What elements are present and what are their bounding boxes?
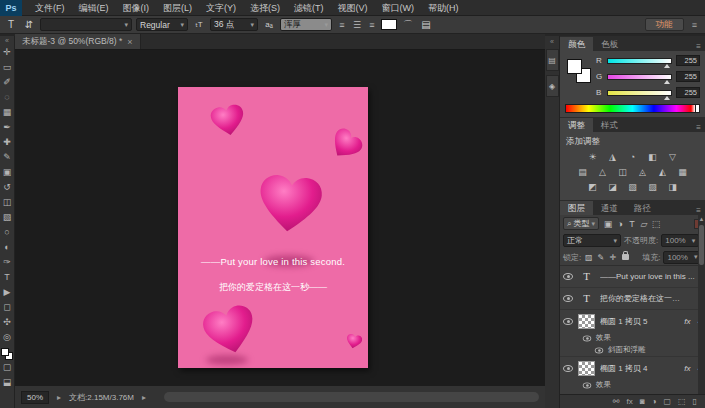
- tab-channels[interactable]: 通道: [593, 201, 626, 215]
- layer-mask-icon[interactable]: ◙: [640, 397, 645, 406]
- type-tool-icon[interactable]: T: [1, 270, 14, 285]
- tab-adjustments[interactable]: 调整: [560, 118, 593, 132]
- visibility-eye-icon[interactable]: [563, 318, 573, 325]
- quick-mask-icon[interactable]: ▢: [1, 360, 14, 375]
- color-balance-icon[interactable]: △: [595, 166, 610, 178]
- blue-value-field[interactable]: 255: [676, 87, 700, 98]
- zoom-tool-icon[interactable]: ◎: [1, 330, 14, 345]
- menu-item-9[interactable]: 帮助(H): [421, 0, 466, 16]
- text-layer-thumbnail[interactable]: T: [578, 269, 595, 284]
- lock-all-icon[interactable]: [622, 254, 629, 260]
- black-white-icon[interactable]: ◫: [615, 166, 630, 178]
- tab-color[interactable]: 颜色: [560, 37, 593, 51]
- menu-item-0[interactable]: 文件(F): [28, 0, 72, 16]
- photo-filter-icon[interactable]: ◬: [635, 166, 650, 178]
- green-value-field[interactable]: 255: [676, 71, 700, 82]
- font-style-select[interactable]: Regular▾: [136, 18, 188, 31]
- filter-smart-objects-icon[interactable]: ⬚: [650, 219, 662, 229]
- hue-saturation-icon[interactable]: ▤: [575, 166, 590, 178]
- crop-tool-icon[interactable]: ▦: [1, 105, 14, 120]
- visibility-eye-icon[interactable]: [563, 365, 573, 372]
- vibrance-icon[interactable]: ▽: [665, 151, 680, 163]
- adjustment-layer-icon[interactable]: ◑: [652, 397, 657, 406]
- status-menu-icon[interactable]: ▸: [142, 393, 146, 402]
- layers-scrollbar[interactable]: ▲ ▼: [698, 215, 705, 408]
- close-icon[interactable]: ×: [127, 37, 132, 47]
- group-icon[interactable]: ▢: [663, 397, 671, 406]
- poster-artboard[interactable]: ——Put your love in this second. 把你的爱定格在这…: [178, 87, 368, 368]
- history-brush-tool-icon[interactable]: ↺: [1, 180, 14, 195]
- menu-item-7[interactable]: 视图(V): [331, 0, 375, 16]
- healing-tool-icon[interactable]: ✚: [1, 135, 14, 150]
- shape-tool-icon[interactable]: ◻: [1, 300, 14, 315]
- foreground-color-swatch[interactable]: [1, 348, 9, 356]
- expand-dock-icon[interactable]: «: [550, 38, 554, 45]
- visibility-eye-icon[interactable]: [563, 295, 573, 302]
- levels-icon[interactable]: ◮: [605, 151, 620, 163]
- tab-paths[interactable]: 路径: [626, 201, 659, 215]
- layer-row-text-1[interactable]: T ——Put your love in this ...: [560, 266, 705, 288]
- screen-mode-icon[interactable]: ⬓: [1, 375, 14, 390]
- tab-layers[interactable]: 图层: [560, 201, 593, 215]
- align-right-icon[interactable]: ≡: [366, 20, 377, 30]
- collapsed-history-panel-icon[interactable]: ▤: [546, 49, 559, 71]
- blend-mode-select[interactable]: 正常▾: [563, 234, 621, 247]
- layer-row-text-2[interactable]: T 把你的爱定格在这一…: [560, 288, 705, 310]
- eraser-tool-icon[interactable]: ◫: [1, 195, 14, 210]
- move-tool-icon[interactable]: ✛: [1, 45, 14, 60]
- visibility-eye-icon[interactable]: [583, 382, 592, 388]
- tab-swatches[interactable]: 色板: [593, 37, 626, 51]
- threshold-icon[interactable]: ▧: [625, 181, 640, 193]
- filter-adjustment-layers-icon[interactable]: ◑: [614, 219, 626, 229]
- color-lookup-icon[interactable]: ▦: [675, 166, 690, 178]
- layer-thumbnail[interactable]: [578, 361, 595, 376]
- menu-item-8[interactable]: 窗口(W): [375, 0, 422, 16]
- marquee-tool-icon[interactable]: ▭: [1, 60, 14, 75]
- color-panel-swatches[interactable]: [567, 59, 591, 83]
- white-swatch[interactable]: [695, 104, 700, 113]
- align-left-icon[interactable]: ≡: [336, 20, 347, 30]
- new-layer-icon[interactable]: ⬚: [678, 397, 686, 406]
- panel-menu-icon[interactable]: ≡: [696, 123, 705, 132]
- effects-header-row[interactable]: 效果: [560, 332, 705, 344]
- lock-pixels-icon[interactable]: ✎: [596, 253, 605, 262]
- channel-mixer-icon[interactable]: ◭: [655, 166, 670, 178]
- green-slider[interactable]: [607, 74, 672, 80]
- menu-item-2[interactable]: 图像(I): [116, 0, 157, 16]
- filter-pixel-layers-icon[interactable]: ▣: [602, 219, 614, 229]
- workspace-menu-icon[interactable]: ≡: [688, 20, 701, 30]
- collapsed-character-panel-icon[interactable]: ◈: [546, 75, 559, 97]
- opacity-field[interactable]: 100%▾: [661, 234, 699, 247]
- exposure-icon[interactable]: ◧: [645, 151, 660, 163]
- layer-row-ellipse-copy-5[interactable]: 椭圆 1 拷贝 5 fx ▴: [560, 310, 705, 332]
- brush-tool-icon[interactable]: ✎: [1, 150, 14, 165]
- delete-layer-icon[interactable]: ▯: [693, 397, 697, 406]
- gradient-tool-icon[interactable]: ▧: [1, 210, 14, 225]
- menu-item-6[interactable]: 滤镜(T): [287, 0, 331, 16]
- anti-alias-select[interactable]: 浑厚▾: [280, 18, 332, 31]
- lock-position-icon[interactable]: ✛: [608, 253, 617, 262]
- visibility-eye-icon[interactable]: [563, 273, 573, 280]
- font-size-select[interactable]: 36 点▾: [210, 18, 258, 31]
- workspace-button[interactable]: 功能: [645, 18, 684, 31]
- slider-knob[interactable]: [664, 96, 670, 100]
- blur-tool-icon[interactable]: ○: [1, 225, 14, 240]
- panel-menu-icon[interactable]: ≡: [696, 42, 705, 51]
- lock-transparency-icon[interactable]: ▨: [584, 253, 593, 262]
- menu-item-1[interactable]: 编辑(E): [72, 0, 116, 16]
- slider-knob[interactable]: [664, 64, 670, 68]
- lasso-tool-icon[interactable]: ✐: [1, 75, 14, 90]
- visibility-eye-icon[interactable]: [583, 335, 592, 341]
- curves-icon[interactable]: ◔: [625, 151, 640, 163]
- warp-text-icon[interactable]: ⌒: [401, 18, 415, 32]
- posterize-icon[interactable]: ◪: [605, 181, 620, 193]
- color-spectrum-ramp[interactable]: [565, 104, 700, 113]
- selective-color-icon[interactable]: ▨: [645, 181, 660, 193]
- scroll-up-icon[interactable]: ▲: [698, 215, 705, 223]
- foreground-background-swatches[interactable]: [1, 348, 13, 360]
- layer-row-ellipse-copy-4[interactable]: 椭圆 1 拷贝 4 fx ▴: [560, 357, 705, 379]
- collapse-toolbar-icon[interactable]: «: [5, 37, 9, 45]
- canvas-area[interactable]: ——Put your love in this second. 把你的爱定格在这…: [15, 50, 545, 386]
- layer-filter-type-select[interactable]: ⌕ 类型 ▾: [563, 217, 599, 230]
- zoom-level-field[interactable]: 50%: [21, 391, 49, 404]
